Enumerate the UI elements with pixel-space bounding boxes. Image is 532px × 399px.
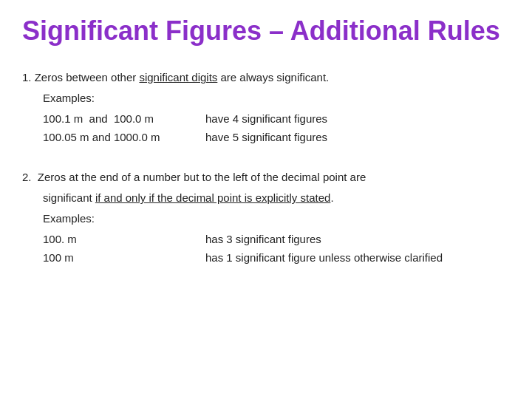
rule-1-example-1-right: have 4 significant figures	[205, 110, 327, 128]
rule-2-example-2-right: has 1 significant figure unless otherwis…	[205, 249, 443, 267]
rule-item-2: 2. Zeros at the end of a number but to t…	[22, 168, 510, 267]
rule-2-text-line1: 2. Zeros at the end of a number but to t…	[22, 168, 510, 186]
rule-1-example-2-left: 100.05 m and 1000.0 m	[43, 129, 205, 146]
rule-1-examples: Examples: 100.1 m and 100.0 m have 4 sig…	[43, 89, 510, 146]
rule-1-example-1-left: 100.1 m and 100.0 m	[43, 110, 205, 128]
rule-2-examples: Examples: 100. m has 3 significant figur…	[43, 210, 510, 267]
rule-1-examples-label: Examples:	[43, 89, 510, 107]
rule-2-example-2-left: 100 m	[43, 249, 205, 267]
rule-2-example-1-left: 100. m	[43, 231, 205, 248]
rule-2-underline: if and only if the decimal point is expl…	[95, 191, 331, 204]
page-title: Significant Figures – Additional Rules	[22, 15, 510, 47]
rule-2-text-line2: significant if and only if the decimal p…	[43, 189, 510, 207]
rule-2-example-row-1: 100. m has 3 significant figures	[43, 231, 510, 248]
rule-2-example-1-right: has 3 significant figures	[205, 231, 321, 248]
page-container: Significant Figures – Additional Rules 1…	[0, 0, 532, 399]
content-area: 1. Zeros between other significant digit…	[22, 69, 510, 267]
rule-2-example-row-2: 100 m has 1 significant figure unless ot…	[43, 249, 510, 267]
rule-1-example-row-1: 100.1 m and 100.0 m have 4 significant f…	[43, 110, 510, 128]
rule-1-example-2-right: have 5 significant figures	[205, 129, 327, 146]
rule-1-example-row-2: 100.05 m and 1000.0 m have 5 significant…	[43, 129, 510, 146]
rule-item-1: 1. Zeros between other significant digit…	[22, 69, 510, 146]
rule-1-number: 1.	[22, 71, 35, 83]
rule-2-examples-label: Examples:	[43, 210, 510, 228]
rule-1-underline: significant digits	[139, 71, 217, 83]
rule-1-text: 1. Zeros between other significant digit…	[22, 69, 510, 86]
